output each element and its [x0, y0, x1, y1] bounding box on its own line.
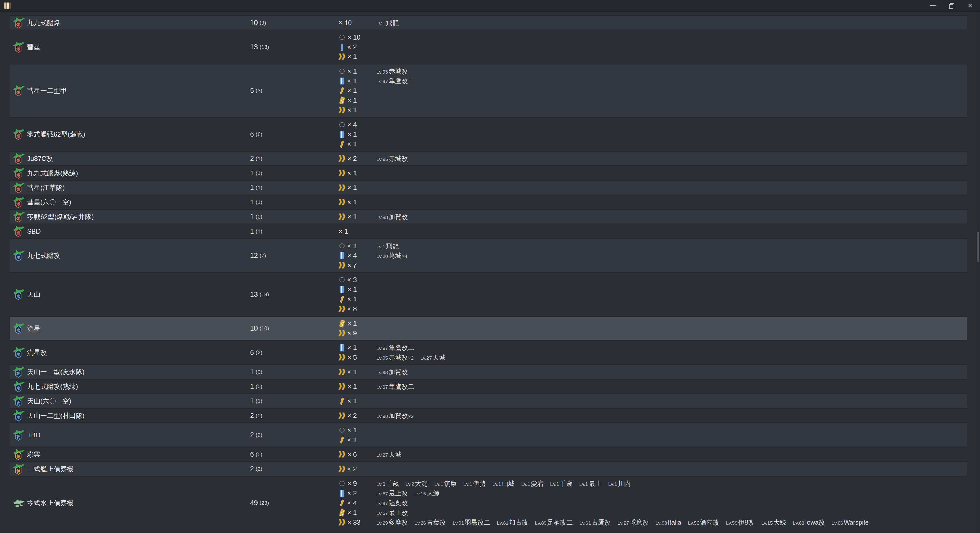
equipment-count-cell: 13(13): [250, 273, 339, 316]
equipment-row[interactable]: 攻天山13(13)× 3× 1× 1× 8: [10, 272, 967, 316]
ship-list: Lv.29多摩改Lv.26青葉改Lv.91羽黒改二Lv.61加古改Lv.89足柄…: [376, 518, 869, 527]
equipment-row[interactable]: 攻天山(六〇一空)1(1)× 1: [10, 393, 967, 408]
equipment-count-total: 2: [250, 412, 254, 420]
equipment-count-cell: 49(23): [250, 477, 339, 529]
ship-list: Lv.98加賀改: [376, 213, 408, 221]
equipment-count-total: 5: [250, 87, 254, 95]
equipment-row[interactable]: 零式水上偵察機49(23)× 9Lv.9千歳Lv.2大淀Lv.1筑摩Lv.1伊勢…: [10, 476, 967, 529]
ship-name: 天城: [389, 450, 401, 459]
ship-entry: Lv.1伊勢: [463, 479, 486, 488]
dive-bomber-icon: 爆: [13, 41, 25, 53]
svg-text:爆: 爆: [16, 216, 21, 221]
proficiency-line: × 1Lv.98加賀改: [339, 212, 967, 221]
equipment-row[interactable]: 爆彗星(江草隊)1(1)× 1: [10, 180, 967, 194]
ship-level: Lv.66: [832, 520, 843, 526]
ship-entry: Lv.2大淀: [406, 479, 428, 488]
proficiency-count: × 2: [347, 465, 367, 473]
equipment-count-cell: 2(1): [250, 152, 339, 165]
proficiency-level7-icon: [339, 184, 345, 191]
ship-entry: Lv.95赤城改×2: [376, 353, 414, 362]
svg-text:攻: 攻: [16, 294, 21, 298]
equipment-row[interactable]: 爆SBD1(1)× 1: [10, 224, 967, 238]
equipment-row[interactable]: 攻流星10(10)× 1× 9: [10, 316, 967, 340]
ship-name: 隼鷹改二: [389, 77, 414, 85]
proficiency-count: × 1: [347, 436, 367, 444]
proficiency-count: × 2: [347, 43, 367, 51]
equipment-row[interactable]: 爆彗星(六〇一空)1(1)× 1: [10, 194, 967, 209]
equipment-count-equipped: (13): [259, 291, 269, 298]
equipment-name-cell: 爆彗星一二型甲: [10, 64, 250, 117]
proficiency-count: × 2: [347, 155, 367, 162]
equipment-row[interactable]: 爆彗星13(13)× 10× 2× 1: [10, 30, 967, 64]
ship-multiplier: ×2: [408, 355, 414, 361]
equipment-row[interactable]: 爆九九式艦爆(熟練)1(1)× 1: [10, 165, 967, 180]
proficiency-line: × 1: [339, 139, 967, 149]
equipment-name: 九七式艦攻: [27, 251, 60, 260]
ship-level: Lv.1: [492, 481, 501, 487]
equipment-count-total: 6: [250, 450, 254, 458]
torpedo-bomber-icon: 攻: [13, 250, 25, 261]
equipment-name-cell: 攻天山(六〇一空): [10, 394, 250, 408]
app-icon[interactable]: [4, 2, 11, 9]
proficiency-count: × 1: [347, 320, 367, 328]
equipment-row[interactable]: 攻TBD2(2)× 1× 1: [10, 422, 967, 447]
ship-level: Lv.1: [579, 481, 588, 487]
ship-level: Lv.95: [376, 69, 388, 75]
ship-entry: Lv.97隼鷹改二: [376, 344, 414, 352]
ship-entry: Lv.29多摩改: [376, 518, 408, 527]
equipment-name-cell: 爆Ju87C改: [10, 152, 250, 165]
equipment-row[interactable]: 爆零戦62型(爆戦/岩井隊)1(0)× 1Lv.98加賀改: [10, 209, 967, 224]
equipment-row[interactable]: 攻流星改6(2)× 1Lv.97隼鷹改二× 5Lv.95赤城改×2Lv.27天城: [10, 340, 967, 364]
ship-level: Lv.98: [376, 215, 388, 220]
proficiency-count: × 5: [347, 353, 367, 361]
ship-entry: Lv.97隼鷹改二: [376, 382, 414, 391]
ship-level: Lv.56: [688, 520, 699, 526]
ship-entry: Lv.15大鯨: [414, 489, 439, 498]
equipment-row[interactable]: 偵二式艦上偵察機2(2)× 2: [10, 461, 967, 476]
minimize-button[interactable]: [928, 1, 939, 10]
proficiency-cell: × 1Lv.98加賀改: [339, 365, 967, 379]
close-button[interactable]: ✕: [964, 1, 976, 10]
equipment-name-cell: 攻TBD: [10, 423, 250, 447]
equipment-row[interactable]: 偵彩雲6(5)× 6Lv.27天城: [10, 447, 967, 461]
proficiency-level7-icon: [339, 213, 345, 221]
svg-text:爆: 爆: [16, 158, 21, 162]
equipment-name: 彩雲: [27, 450, 40, 459]
equipment-count-equipped: (5): [256, 451, 262, 457]
equipment-row[interactable]: 爆Ju87C改2(1)× 2Lv.95赤城改: [10, 151, 967, 165]
proficiency-cell: × 1Lv.1飛龍× 4Lv.20葛城×4× 7: [339, 239, 967, 272]
svg-text:爆: 爆: [16, 46, 21, 51]
proficiency-count: × 1: [347, 368, 367, 376]
proficiency-count: × 9: [347, 329, 367, 337]
equipment-row[interactable]: 爆彗星一二型甲5(3)× 1Lv.95赤城改× 1Lv.97隼鷹改二× 1× 1…: [10, 64, 967, 117]
equipment-count-cell: 6(6): [250, 118, 339, 151]
ship-name: 加賀改: [389, 412, 408, 420]
proficiency-line: × 1Lv.97隼鷹改二: [339, 76, 967, 86]
dive-bomber-icon: 爆: [13, 196, 25, 208]
proficiency-line: × 1: [339, 226, 967, 236]
proficiency-level7-icon: [339, 305, 345, 313]
equipment-row[interactable]: 爆零式艦戦62型(爆戦)6(6)× 4× 1× 1: [10, 117, 967, 151]
scrollbar-track[interactable]: [977, 12, 980, 533]
equipment-row[interactable]: 攻九七式艦攻(熟練)1(0)× 1Lv.97隼鷹改二: [10, 379, 967, 393]
dive-bomber-icon: 爆: [13, 17, 25, 29]
ship-level: Lv.83: [793, 520, 804, 526]
equipment-row[interactable]: 爆九九式艦爆10(9)× 10Lv.1飛龍: [10, 15, 967, 30]
ship-name: 足柄改二: [547, 518, 573, 527]
proficiency-level4-icon: [339, 499, 345, 507]
svg-text:攻: 攻: [16, 434, 21, 439]
scrollbar-thumb[interactable]: [977, 232, 980, 262]
ship-name: 飛龍: [386, 19, 399, 27]
equipment-row[interactable]: 攻天山一二型(友永隊)1(0)× 1Lv.98加賀改: [10, 364, 967, 379]
proficiency-line: × 1: [339, 52, 967, 62]
ship-level: Lv.97: [376, 79, 388, 84]
svg-text:攻: 攻: [16, 255, 21, 259]
equipment-count-equipped: (2): [256, 466, 262, 472]
restore-button[interactable]: [946, 1, 958, 10]
ship-name: 大鯨: [427, 489, 439, 498]
window-controls: ✕: [928, 0, 976, 11]
proficiency-cell: × 3× 1× 1× 8: [339, 273, 967, 316]
equipment-count-total: 49: [250, 499, 258, 507]
equipment-row[interactable]: 攻天山一二型(村田隊)2(0)× 2Lv.98加賀改×2: [10, 408, 967, 422]
equipment-row[interactable]: 攻九七式艦攻12(7)× 1Lv.1飛龍× 4Lv.20葛城×4× 7: [10, 238, 967, 272]
